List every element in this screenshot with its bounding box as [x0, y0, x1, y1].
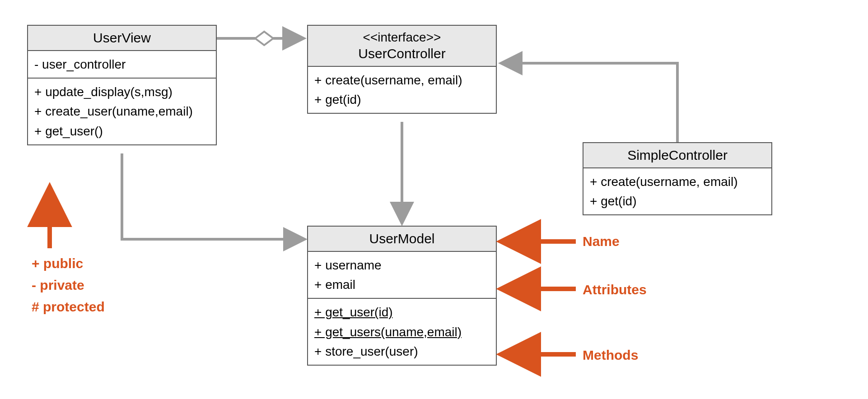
methods-section: + get_user(id) + get_users(uname,email) …	[308, 299, 496, 365]
class-name-text: UserController	[358, 46, 445, 61]
attributes-section: + username + email	[308, 252, 496, 299]
attribute-row: + username	[314, 255, 490, 275]
class-name: SimpleController	[583, 143, 771, 168]
annotation-attributes: Attributes	[583, 282, 647, 297]
method-row: + get_user()	[34, 121, 210, 141]
method-row: + create_user(uname,email)	[34, 102, 210, 121]
method-row: + create(username, email)	[590, 172, 765, 191]
annotation-name: Name	[583, 234, 620, 249]
class-user-controller: <<interface>> UserController + create(us…	[307, 25, 497, 114]
aggregation-userview-to-usercontroller	[217, 32, 303, 45]
legend-private: - private	[32, 274, 105, 296]
attributes-section: - user_controller	[28, 51, 216, 79]
class-name-text: UserModel	[369, 231, 434, 246]
method-row: + create(username, email)	[314, 70, 490, 90]
legend-protected: # protected	[32, 296, 105, 318]
method-row: + get(id)	[590, 191, 765, 211]
methods-section: + create(username, email) + get(id)	[583, 168, 771, 215]
dependency-userview-to-usermodel	[122, 153, 303, 239]
annotation-methods: Methods	[583, 348, 638, 363]
method-row: + get_users(uname,email)	[314, 322, 490, 342]
class-name: UserModel	[308, 227, 496, 252]
realization-simplecontroller-to-usercontroller	[502, 63, 677, 142]
method-row: + update_display(s,msg)	[34, 82, 210, 102]
stereotype-text: <<interface>>	[313, 29, 490, 45]
class-name: UserView	[28, 26, 216, 51]
class-user-model: UserModel + username + email + get_user(…	[307, 226, 497, 366]
method-row: + get_user(id)	[314, 302, 490, 322]
visibility-legend: + public - private # protected	[32, 253, 105, 318]
methods-section: + update_display(s,msg) + create_user(un…	[28, 79, 216, 144]
diagram-canvas: UserView - user_controller + update_disp…	[0, 0, 868, 399]
legend-public: + public	[32, 253, 105, 274]
class-name-text: SimpleController	[627, 148, 728, 162]
attribute-row: + email	[314, 275, 490, 294]
attribute-row: - user_controller	[34, 55, 210, 74]
method-row: + get(id)	[314, 90, 490, 109]
method-row: + store_user(user)	[314, 342, 490, 361]
methods-section: + create(username, email) + get(id)	[308, 67, 496, 113]
class-simple-controller: SimpleController + create(username, emai…	[583, 142, 772, 215]
class-name-text: UserView	[93, 30, 151, 45]
class-user-view: UserView - user_controller + update_disp…	[27, 25, 217, 145]
class-name: <<interface>> UserController	[308, 26, 496, 67]
